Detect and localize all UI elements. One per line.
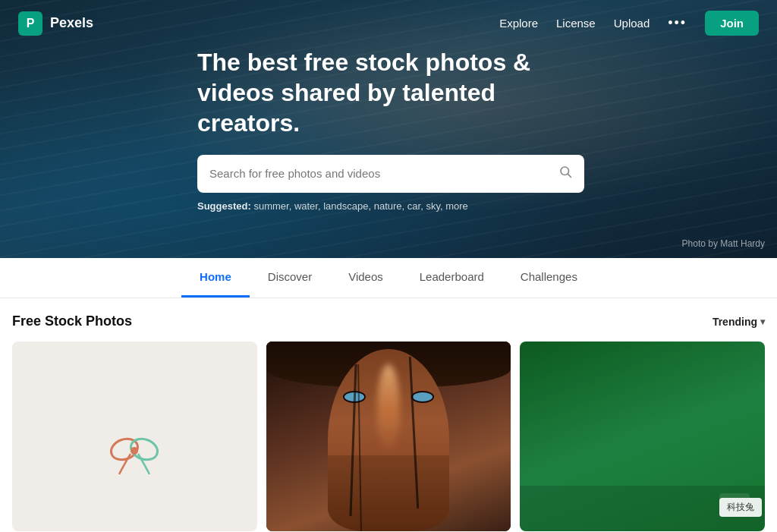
suggested-landscape[interactable]: landscape <box>323 200 368 212</box>
logo-icon[interactable]: P <box>18 11 42 36</box>
trending-sort-button[interactable]: Trending ▾ <box>713 316 765 328</box>
suggested-sky[interactable]: sky <box>426 200 440 212</box>
watermark: 科技兔 <box>719 498 762 517</box>
license-link[interactable]: License <box>556 17 596 30</box>
tab-videos[interactable]: Videos <box>330 258 401 297</box>
search-input[interactable] <box>209 167 551 180</box>
svg-point-4 <box>131 447 138 455</box>
tab-discover[interactable]: Discover <box>250 258 330 297</box>
join-button[interactable]: Join <box>705 11 759 36</box>
suggested-car[interactable]: car <box>407 200 420 212</box>
bow-icon <box>108 433 161 478</box>
suggested-nature[interactable]: nature <box>374 200 402 212</box>
photo-credit: Photo by Matt Hardy <box>682 238 765 249</box>
svg-line-1 <box>568 174 571 177</box>
brand-name: Pexels <box>50 15 93 31</box>
tab-challenges[interactable]: Challenges <box>502 258 596 297</box>
tab-leaderboard[interactable]: Leaderboard <box>401 258 502 297</box>
trending-label: Trending <box>713 316 757 328</box>
photo-card[interactable] <box>266 342 511 531</box>
navbar-brand: P Pexels <box>18 11 93 36</box>
chevron-down-icon: ▾ <box>760 316 765 327</box>
hero-title: The best free stock photos & videos shar… <box>197 47 580 138</box>
main-content: Free Stock Photos Trending ▾ <box>0 298 777 532</box>
suggested-bar: Suggested: summer, water, landscape, nat… <box>197 200 580 212</box>
suggested-more[interactable]: more <box>445 200 468 212</box>
navbar-links: Explore License Upload ••• Join <box>499 11 759 36</box>
search-icon[interactable] <box>558 165 572 182</box>
hero-content: The best free stock photos & videos shar… <box>197 47 580 212</box>
section-header: Free Stock Photos Trending ▾ <box>12 313 765 329</box>
search-bar <box>197 155 584 193</box>
explore-link[interactable]: Explore <box>499 17 538 30</box>
suggested-links: summer, water, landscape, nature, car, s… <box>253 200 467 212</box>
section-title: Free Stock Photos <box>12 313 132 329</box>
portrait-image <box>266 342 511 531</box>
suggested-water[interactable]: water <box>294 200 318 212</box>
tab-home[interactable]: Home <box>181 258 250 297</box>
photo-grid <box>12 342 765 531</box>
suggested-summer[interactable]: summer <box>253 200 288 212</box>
upload-link[interactable]: Upload <box>614 17 650 30</box>
more-menu[interactable]: ••• <box>668 15 687 31</box>
navbar: P Pexels Explore License Upload ••• Join <box>0 0 777 46</box>
tabs-bar: Home Discover Videos Leaderboard Challen… <box>0 258 777 298</box>
suggested-label: Suggested: <box>197 200 251 212</box>
photo-card[interactable] <box>12 342 257 531</box>
